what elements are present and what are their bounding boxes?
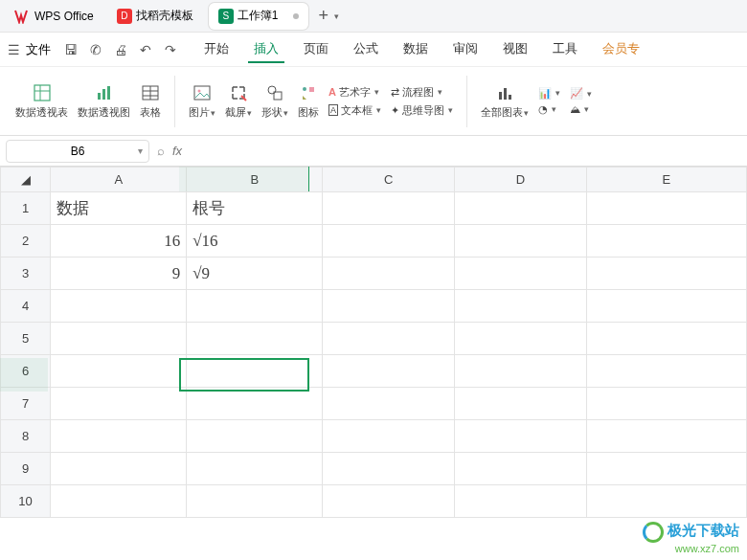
mindmap-button[interactable]: ✦思维导图▾ bbox=[391, 103, 453, 118]
cell-D7[interactable] bbox=[455, 388, 587, 420]
cell-C4[interactable] bbox=[323, 290, 455, 323]
pivot-table-button[interactable]: 数据透视表 bbox=[15, 83, 68, 120]
row-6[interactable]: 6 bbox=[1, 355, 51, 388]
row-7[interactable]: 7 bbox=[1, 388, 51, 420]
cell-D6[interactable] bbox=[455, 355, 587, 388]
tab-template[interactable]: D 找稻壳模板 bbox=[107, 3, 203, 30]
cell-A4[interactable] bbox=[51, 290, 187, 323]
add-tab-button[interactable]: + bbox=[318, 6, 328, 26]
tab-formula[interactable]: 公式 bbox=[348, 36, 384, 63]
cell-E10[interactable] bbox=[586, 485, 746, 518]
picture-button[interactable]: 图片▾ bbox=[189, 83, 215, 120]
cell-E1[interactable] bbox=[586, 192, 746, 225]
cell-C1[interactable] bbox=[323, 192, 455, 225]
pivot-chart-button[interactable]: 数据透视图 bbox=[78, 83, 130, 120]
cell-A10[interactable] bbox=[51, 485, 187, 518]
cell-D1[interactable] bbox=[455, 192, 587, 225]
cell-D10[interactable] bbox=[455, 485, 587, 518]
redo-icon[interactable]: ↷ bbox=[158, 42, 183, 57]
spreadsheet-grid[interactable]: ◢ A B C D E 1数据根号 216√16 39√9 4 5 6 7 8 … bbox=[0, 167, 747, 559]
cell-A5[interactable] bbox=[51, 323, 187, 355]
icon-button[interactable]: 图标 bbox=[298, 83, 319, 120]
cell-B6[interactable] bbox=[187, 355, 323, 388]
cell-C7[interactable] bbox=[323, 388, 455, 420]
fx-label[interactable]: fx bbox=[172, 144, 182, 158]
cell-C3[interactable] bbox=[323, 258, 455, 290]
cell-E7[interactable] bbox=[586, 388, 746, 420]
col-E[interactable]: E bbox=[586, 168, 746, 192]
select-all-corner[interactable]: ◢ bbox=[1, 168, 51, 192]
area-chart-button[interactable]: ⛰▾ bbox=[570, 103, 592, 115]
cell-A2[interactable]: 16 bbox=[51, 225, 187, 258]
tab-overflow-icon[interactable]: ▾ bbox=[334, 11, 339, 21]
row-2[interactable]: 2 bbox=[1, 225, 51, 258]
undo-icon[interactable]: ↶ bbox=[133, 42, 158, 57]
row-4[interactable]: 4 bbox=[1, 290, 51, 323]
hamburger-icon[interactable]: ☰ bbox=[8, 42, 20, 57]
textbox-button[interactable]: A文本框▾ bbox=[328, 103, 381, 118]
chevron-down-icon[interactable]: ▾ bbox=[138, 146, 143, 156]
cell-A3[interactable]: 9 bbox=[51, 258, 187, 290]
cell-C5[interactable] bbox=[323, 323, 455, 355]
all-charts-button[interactable]: 全部图表▾ bbox=[481, 83, 529, 120]
cell-C10[interactable] bbox=[323, 485, 455, 518]
cell-A6[interactable] bbox=[51, 355, 187, 388]
cell-B4[interactable] bbox=[187, 290, 323, 323]
cell-D4[interactable] bbox=[455, 290, 587, 323]
search-icon[interactable]: ⌕ bbox=[157, 144, 165, 158]
print-icon[interactable]: 🖨 bbox=[108, 42, 133, 57]
cell-E3[interactable] bbox=[586, 258, 746, 290]
cell-B5[interactable] bbox=[187, 323, 323, 355]
cell-A1[interactable]: 数据 bbox=[51, 192, 187, 225]
cell-C2[interactable] bbox=[323, 225, 455, 258]
row-8[interactable]: 8 bbox=[1, 420, 51, 453]
cell-A9[interactable] bbox=[51, 453, 187, 485]
cell-B2[interactable]: √16 bbox=[187, 225, 323, 258]
cell-D2[interactable] bbox=[455, 225, 587, 258]
cell-D5[interactable] bbox=[455, 323, 587, 355]
tab-workbook[interactable]: S 工作簿1 bbox=[209, 3, 309, 30]
cell-A7[interactable] bbox=[51, 388, 187, 420]
tab-data[interactable]: 数据 bbox=[397, 36, 434, 63]
cell-A8[interactable] bbox=[51, 420, 187, 453]
print-preview-icon[interactable]: ✆ bbox=[83, 42, 108, 57]
cell-B1[interactable]: 根号 bbox=[187, 192, 323, 225]
tab-tool[interactable]: 工具 bbox=[547, 36, 583, 63]
cell-C6[interactable] bbox=[323, 355, 455, 388]
cell-C9[interactable] bbox=[323, 453, 455, 485]
name-box[interactable]: B6 ▾ bbox=[6, 140, 149, 163]
save-icon[interactable]: 🖫 bbox=[58, 42, 83, 57]
cell-D3[interactable] bbox=[455, 258, 587, 290]
row-10[interactable]: 10 bbox=[1, 485, 51, 518]
table-button[interactable]: 表格 bbox=[140, 83, 161, 120]
cell-E6[interactable] bbox=[586, 355, 746, 388]
formula-input-area[interactable]: ⌕ fx bbox=[157, 144, 741, 158]
cell-D9[interactable] bbox=[455, 453, 587, 485]
cell-B10[interactable] bbox=[187, 485, 323, 518]
col-B[interactable]: B bbox=[187, 168, 323, 192]
cell-D8[interactable] bbox=[455, 420, 587, 453]
pie-chart-button[interactable]: ◔▾ bbox=[538, 103, 560, 116]
row-9[interactable]: 9 bbox=[1, 453, 51, 485]
tab-review[interactable]: 审阅 bbox=[447, 36, 484, 63]
cell-E9[interactable] bbox=[586, 453, 746, 485]
cell-B9[interactable] bbox=[187, 453, 323, 485]
flowchart-button[interactable]: ⇄流程图▾ bbox=[391, 85, 453, 100]
cell-B3[interactable]: √9 bbox=[187, 258, 323, 290]
bar-chart-button[interactable]: 📊▾ bbox=[538, 87, 560, 100]
col-D[interactable]: D bbox=[455, 168, 587, 192]
row-1[interactable]: 1 bbox=[1, 192, 51, 225]
tab-page[interactable]: 页面 bbox=[298, 36, 334, 63]
tab-start[interactable]: 开始 bbox=[198, 36, 235, 63]
cell-E5[interactable] bbox=[586, 323, 746, 355]
row-5[interactable]: 5 bbox=[1, 323, 51, 355]
file-menu[interactable]: 文件 bbox=[26, 41, 51, 58]
col-A[interactable]: A bbox=[51, 168, 187, 192]
cell-E4[interactable] bbox=[586, 290, 746, 323]
tab-member[interactable]: 会员专 bbox=[597, 36, 645, 63]
tab-insert[interactable]: 插入 bbox=[248, 36, 284, 63]
screenshot-button[interactable]: 截屏▾ bbox=[225, 83, 252, 120]
line-chart-button[interactable]: 📈▾ bbox=[570, 87, 592, 100]
cell-E8[interactable] bbox=[586, 420, 746, 453]
cell-B8[interactable] bbox=[187, 420, 323, 453]
